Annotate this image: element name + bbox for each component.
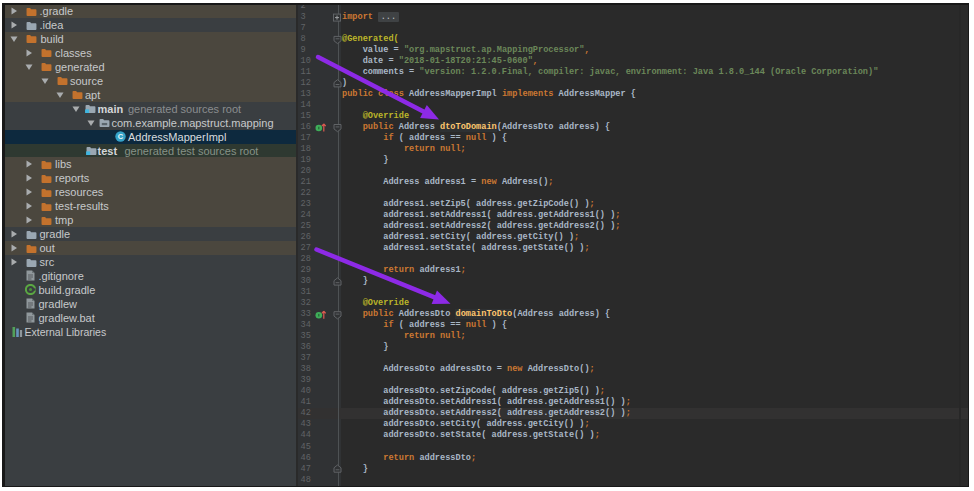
svg-text:C: C xyxy=(117,132,123,141)
